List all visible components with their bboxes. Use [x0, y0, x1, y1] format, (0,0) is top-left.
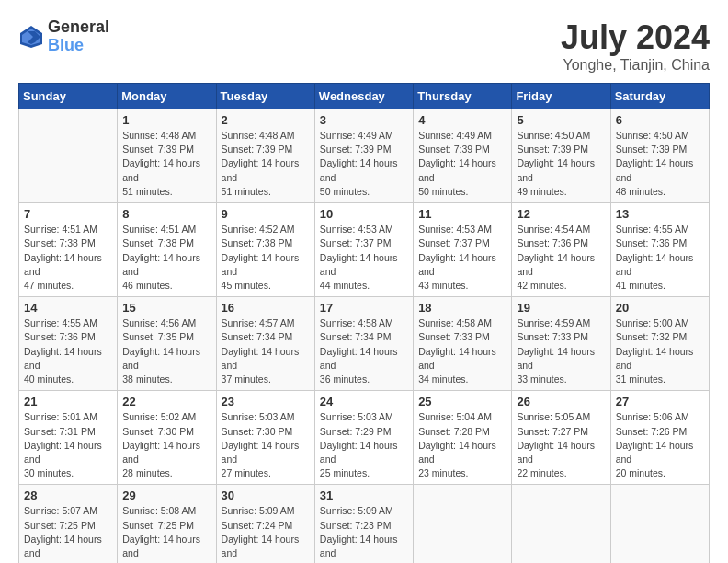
location-title: Yonghe, Tianjin, China	[561, 57, 710, 74]
day-number: 24	[320, 395, 408, 408]
calendar-cell: 15Sunrise: 4:56 AMSunset: 7:35 PMDayligh…	[118, 297, 216, 391]
day-number: 20	[616, 301, 704, 315]
calendar-week-2: 7Sunrise: 4:51 AMSunset: 7:38 PMDaylight…	[19, 203, 710, 297]
calendar-header-monday: Monday	[118, 84, 216, 109]
day-number: 2	[222, 113, 310, 127]
calendar-cell	[512, 485, 610, 563]
day-number: 26	[517, 395, 605, 408]
day-number: 30	[222, 488, 310, 502]
calendar-header-friday: Friday	[512, 84, 610, 109]
day-info: Sunrise: 4:53 AMSunset: 7:37 PMDaylight:…	[320, 223, 408, 293]
day-info: Sunrise: 4:48 AMSunset: 7:39 PMDaylight:…	[122, 129, 210, 199]
day-number: 22	[122, 395, 210, 408]
day-info: Sunrise: 5:03 AMSunset: 7:30 PMDaylight:…	[222, 410, 310, 480]
day-info: Sunrise: 4:48 AMSunset: 7:39 PMDaylight:…	[222, 129, 310, 199]
day-number: 9	[222, 207, 310, 221]
day-info: Sunrise: 4:58 AMSunset: 7:33 PMDaylight:…	[418, 316, 506, 386]
day-number: 17	[320, 301, 408, 315]
day-info: Sunrise: 5:00 AMSunset: 7:32 PMDaylight:…	[616, 316, 704, 386]
day-number: 19	[517, 301, 605, 315]
day-info: Sunrise: 4:57 AMSunset: 7:34 PMDaylight:…	[222, 316, 310, 386]
logo-line1: General	[48, 18, 109, 37]
day-number: 31	[320, 488, 408, 502]
day-number: 23	[222, 395, 310, 408]
calendar-cell: 11Sunrise: 4:53 AMSunset: 7:37 PMDayligh…	[414, 203, 512, 297]
day-number: 27	[616, 395, 704, 408]
calendar-cell: 16Sunrise: 4:57 AMSunset: 7:34 PMDayligh…	[216, 297, 314, 391]
day-number: 3	[320, 113, 408, 127]
calendar-cell	[610, 485, 709, 563]
calendar-cell: 8Sunrise: 4:51 AMSunset: 7:38 PMDaylight…	[118, 203, 216, 297]
day-info: Sunrise: 5:03 AMSunset: 7:29 PMDaylight:…	[320, 410, 408, 480]
calendar-cell: 13Sunrise: 4:55 AMSunset: 7:36 PMDayligh…	[610, 203, 709, 297]
logo-icon	[18, 24, 44, 50]
day-info: Sunrise: 4:52 AMSunset: 7:38 PMDaylight:…	[222, 223, 310, 293]
calendar-cell: 1Sunrise: 4:48 AMSunset: 7:39 PMDaylight…	[118, 109, 216, 203]
day-info: Sunrise: 5:05 AMSunset: 7:27 PMDaylight:…	[517, 410, 605, 480]
day-number: 10	[320, 207, 408, 221]
day-number: 13	[616, 207, 704, 221]
calendar-cell: 27Sunrise: 5:06 AMSunset: 7:26 PMDayligh…	[610, 391, 709, 485]
calendar-cell: 24Sunrise: 5:03 AMSunset: 7:29 PMDayligh…	[314, 391, 413, 485]
day-number: 28	[24, 488, 112, 502]
day-number: 18	[418, 301, 506, 315]
calendar-header-row: SundayMondayTuesdayWednesdayThursdayFrid…	[19, 84, 710, 109]
day-number: 1	[122, 113, 210, 127]
calendar-header-thursday: Thursday	[414, 84, 512, 109]
day-info: Sunrise: 4:51 AMSunset: 7:38 PMDaylight:…	[24, 223, 112, 293]
title-block: July 2024 Yonghe, Tianjin, China	[561, 18, 710, 74]
calendar-cell	[19, 109, 118, 203]
calendar-cell: 7Sunrise: 4:51 AMSunset: 7:38 PMDaylight…	[19, 203, 118, 297]
day-number: 14	[24, 301, 112, 315]
day-number: 7	[24, 207, 112, 221]
day-info: Sunrise: 5:09 AMSunset: 7:24 PMDaylight:…	[222, 504, 310, 563]
day-info: Sunrise: 4:56 AMSunset: 7:35 PMDaylight:…	[122, 316, 210, 386]
day-info: Sunrise: 4:49 AMSunset: 7:39 PMDaylight:…	[320, 129, 408, 199]
day-info: Sunrise: 5:01 AMSunset: 7:31 PMDaylight:…	[24, 410, 112, 480]
calendar-cell: 21Sunrise: 5:01 AMSunset: 7:31 PMDayligh…	[19, 391, 118, 485]
calendar-cell: 17Sunrise: 4:58 AMSunset: 7:34 PMDayligh…	[314, 297, 413, 391]
calendar-week-1: 1Sunrise: 4:48 AMSunset: 7:39 PMDaylight…	[19, 109, 710, 203]
day-info: Sunrise: 5:07 AMSunset: 7:25 PMDaylight:…	[24, 504, 112, 563]
calendar-cell: 12Sunrise: 4:54 AMSunset: 7:36 PMDayligh…	[512, 203, 610, 297]
calendar-cell: 20Sunrise: 5:00 AMSunset: 7:32 PMDayligh…	[610, 297, 709, 391]
day-number: 15	[122, 301, 210, 315]
calendar-cell: 31Sunrise: 5:09 AMSunset: 7:23 PMDayligh…	[314, 485, 413, 563]
calendar-table: SundayMondayTuesdayWednesdayThursdayFrid…	[18, 83, 710, 563]
day-info: Sunrise: 5:02 AMSunset: 7:30 PMDaylight:…	[122, 410, 210, 480]
calendar-week-5: 28Sunrise: 5:07 AMSunset: 7:25 PMDayligh…	[19, 485, 710, 563]
logo: General Blue	[18, 18, 109, 55]
day-number: 21	[24, 395, 112, 408]
day-info: Sunrise: 4:50 AMSunset: 7:39 PMDaylight:…	[517, 129, 605, 199]
day-info: Sunrise: 4:51 AMSunset: 7:38 PMDaylight:…	[122, 223, 210, 293]
day-info: Sunrise: 5:06 AMSunset: 7:26 PMDaylight:…	[616, 410, 704, 480]
calendar-cell: 19Sunrise: 4:59 AMSunset: 7:33 PMDayligh…	[512, 297, 610, 391]
month-title: July 2024	[561, 18, 710, 57]
calendar-cell: 6Sunrise: 4:50 AMSunset: 7:39 PMDaylight…	[610, 109, 709, 203]
day-info: Sunrise: 4:49 AMSunset: 7:39 PMDaylight:…	[418, 129, 506, 199]
day-number: 11	[418, 207, 506, 221]
calendar-cell: 4Sunrise: 4:49 AMSunset: 7:39 PMDaylight…	[414, 109, 512, 203]
calendar-cell: 28Sunrise: 5:07 AMSunset: 7:25 PMDayligh…	[19, 485, 118, 563]
calendar-cell: 9Sunrise: 4:52 AMSunset: 7:38 PMDaylight…	[216, 203, 314, 297]
day-info: Sunrise: 5:04 AMSunset: 7:28 PMDaylight:…	[418, 410, 506, 480]
calendar-header-sunday: Sunday	[19, 84, 118, 109]
page-header: General Blue July 2024 Yonghe, Tianjin, …	[18, 18, 710, 74]
day-info: Sunrise: 5:08 AMSunset: 7:25 PMDaylight:…	[122, 504, 210, 563]
calendar-cell: 25Sunrise: 5:04 AMSunset: 7:28 PMDayligh…	[414, 391, 512, 485]
day-number: 6	[616, 113, 704, 127]
calendar-cell: 14Sunrise: 4:55 AMSunset: 7:36 PMDayligh…	[19, 297, 118, 391]
logo-text: General Blue	[48, 18, 109, 55]
calendar-week-3: 14Sunrise: 4:55 AMSunset: 7:36 PMDayligh…	[19, 297, 710, 391]
calendar-cell	[414, 485, 512, 563]
day-number: 12	[517, 207, 605, 221]
calendar-cell: 22Sunrise: 5:02 AMSunset: 7:30 PMDayligh…	[118, 391, 216, 485]
day-info: Sunrise: 5:09 AMSunset: 7:23 PMDaylight:…	[320, 504, 408, 563]
day-number: 8	[122, 207, 210, 221]
calendar-cell: 29Sunrise: 5:08 AMSunset: 7:25 PMDayligh…	[118, 485, 216, 563]
day-number: 25	[418, 395, 506, 408]
calendar-week-4: 21Sunrise: 5:01 AMSunset: 7:31 PMDayligh…	[19, 391, 710, 485]
calendar-cell: 5Sunrise: 4:50 AMSunset: 7:39 PMDaylight…	[512, 109, 610, 203]
day-info: Sunrise: 4:55 AMSunset: 7:36 PMDaylight:…	[24, 316, 112, 386]
calendar-body: 1Sunrise: 4:48 AMSunset: 7:39 PMDaylight…	[19, 109, 710, 564]
